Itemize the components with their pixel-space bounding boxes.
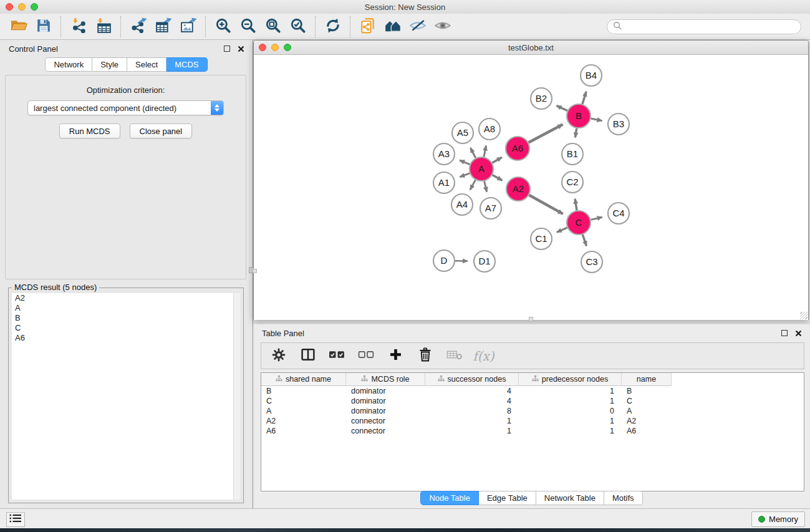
search-input[interactable] <box>622 21 795 32</box>
resize-grip-corner[interactable] <box>800 312 808 319</box>
node-B2[interactable]: B2 <box>531 88 552 109</box>
edge-B-B2[interactable] <box>557 105 567 110</box>
search-field[interactable] <box>607 19 801 34</box>
tab-select[interactable]: Select <box>127 57 166 72</box>
node-A6[interactable]: A6 <box>506 137 529 160</box>
node-A[interactable]: A <box>470 157 493 181</box>
open-session-button[interactable] <box>6 17 31 37</box>
memory-button[interactable]: Memory <box>751 511 805 527</box>
column-header-name[interactable]: name <box>622 373 672 386</box>
close-panel-button-2[interactable]: Close panel <box>130 123 193 138</box>
run-mcds-button[interactable]: Run MCDS <box>59 123 120 138</box>
show-all-button[interactable] <box>430 17 455 37</box>
show-columns-button[interactable] <box>293 346 322 367</box>
zoom-out-button[interactable] <box>236 17 261 37</box>
node-A8[interactable]: A8 <box>479 118 500 140</box>
import-table-button[interactable] <box>91 17 116 37</box>
clone-network-button[interactable] <box>355 17 380 37</box>
edge-A-A1[interactable] <box>460 173 470 177</box>
mcds-result-item[interactable]: C <box>12 323 240 333</box>
node-A7[interactable]: A7 <box>480 198 501 219</box>
mcds-result-item[interactable]: A <box>12 303 240 313</box>
tab-style[interactable]: Style <box>92 57 127 72</box>
close-table-panel-button[interactable] <box>794 329 803 337</box>
node-C3[interactable]: C3 <box>581 251 602 273</box>
column-header-MCDS-role[interactable]: MCDS role <box>346 373 425 386</box>
mcds-result-item[interactable]: B <box>12 313 240 323</box>
select-all-button[interactable] <box>322 346 352 367</box>
edge-B-B3[interactable] <box>591 118 602 121</box>
node-D[interactable]: D <box>433 250 455 271</box>
node-B4[interactable]: B4 <box>581 65 602 86</box>
tab-network-table[interactable]: Network Table <box>536 491 604 505</box>
mcds-result-item[interactable]: A6 <box>12 333 240 343</box>
tab-mcds[interactable]: MCDS <box>166 57 207 72</box>
node-A2[interactable]: A2 <box>506 177 530 201</box>
edge-C-C1[interactable] <box>557 228 567 232</box>
node-C[interactable]: C <box>567 211 591 235</box>
network-canvas[interactable]: AA1A2A3A4A5A6A7A8BB1B2B3B4CC1C2C3C4DD1 <box>254 55 808 320</box>
float-table-panel-button[interactable] <box>780 329 789 337</box>
tab-edge-table[interactable]: Edge Table <box>479 491 536 505</box>
table-row[interactable]: Adominator80A <box>261 406 804 416</box>
edge-A2-C[interactable] <box>529 195 563 214</box>
node-A3[interactable]: A3 <box>433 143 455 165</box>
float-panel-button[interactable] <box>223 44 231 53</box>
table-row[interactable]: Cdominator41C <box>261 396 804 406</box>
zoom-selected-button[interactable] <box>286 17 311 37</box>
node-A1[interactable]: A1 <box>433 172 455 193</box>
resize-handle-bottom[interactable] <box>529 317 533 321</box>
export-network-button[interactable] <box>126 17 151 37</box>
export-image-button[interactable] <box>176 17 201 37</box>
table-row[interactable]: Bdominator41B <box>261 386 804 396</box>
edge-A-A5[interactable] <box>470 148 475 158</box>
save-session-button[interactable] <box>31 17 56 37</box>
import-network-button[interactable] <box>66 17 91 37</box>
node-C1[interactable]: C1 <box>531 228 552 249</box>
add-column-button[interactable] <box>381 346 410 367</box>
hide-selected-button[interactable] <box>405 17 430 37</box>
node-B3[interactable]: B3 <box>608 114 629 135</box>
edge-C-C3[interactable] <box>582 235 586 246</box>
edge-A6-B[interactable] <box>529 125 563 143</box>
zoom-fit-button[interactable] <box>261 17 286 37</box>
delete-column-button[interactable] <box>410 346 440 367</box>
edge-B-B4[interactable] <box>582 92 586 104</box>
zoom-in-button[interactable] <box>211 17 236 37</box>
resize-handle-left[interactable] <box>253 269 257 273</box>
node-A4[interactable]: A4 <box>451 194 473 215</box>
node-A5[interactable]: A5 <box>452 122 473 143</box>
node-C4[interactable]: C4 <box>608 203 629 224</box>
edge-A-A2[interactable] <box>493 175 503 181</box>
column-header-predecessor-nodes[interactable]: predecessor nodes <box>519 373 622 386</box>
home-button[interactable] <box>380 17 405 37</box>
mcds-result-item[interactable]: A2 <box>12 293 240 303</box>
table-row[interactable]: A6connector11A6 <box>261 426 804 436</box>
edge-A-A3[interactable] <box>460 160 470 165</box>
tab-motifs[interactable]: Motifs <box>604 491 643 505</box>
edge-A-A7[interactable] <box>485 181 487 192</box>
table-settings-button[interactable] <box>264 346 293 367</box>
tab-network[interactable]: Network <box>45 57 92 72</box>
export-table-button[interactable] <box>151 17 176 37</box>
deselect-all-button[interactable] <box>352 346 381 367</box>
edge-C-C2[interactable] <box>575 199 577 211</box>
edge-B-B1[interactable] <box>575 128 576 138</box>
edge-A-A4[interactable] <box>470 180 476 190</box>
edge-A-A6[interactable] <box>492 157 501 163</box>
criterion-dropdown[interactable]: largest connected component (directed) <box>27 100 224 115</box>
table-row[interactable]: A2connector11A2 <box>261 416 804 426</box>
task-history-button[interactable] <box>6 512 25 527</box>
node-B[interactable]: B <box>567 104 591 128</box>
column-header-shared-name[interactable]: shared name <box>261 373 346 386</box>
scrollbar-track[interactable] <box>233 293 240 500</box>
node-D1[interactable]: D1 <box>474 251 495 272</box>
node-C2[interactable]: C2 <box>562 172 583 193</box>
tab-node-table[interactable]: Node Table <box>420 491 479 505</box>
network-window-titlebar[interactable]: testGlobe.txt <box>254 41 808 55</box>
node-B1[interactable]: B1 <box>562 143 583 165</box>
refresh-layout-button[interactable] <box>321 17 345 37</box>
column-header-successor-nodes[interactable]: successor nodes <box>425 373 519 386</box>
edge-C-C4[interactable] <box>591 217 602 220</box>
close-panel-button[interactable] <box>236 44 245 53</box>
